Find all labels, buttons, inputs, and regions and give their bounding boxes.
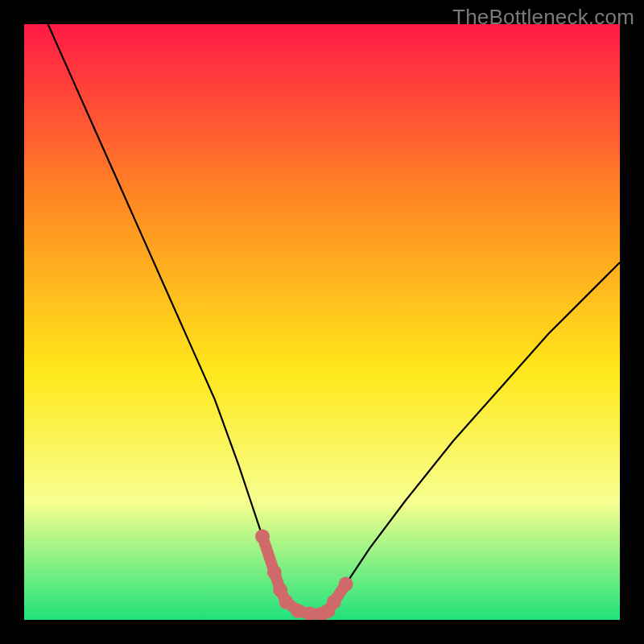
valley-dot <box>267 565 282 580</box>
chart-svg <box>24 24 620 620</box>
gradient-rect <box>24 24 620 620</box>
valley-dot <box>255 529 270 543</box>
valley-dot <box>327 595 341 609</box>
valley-dot <box>339 577 353 592</box>
chart-frame: TheBottleneck.com <box>0 0 644 644</box>
valley-dot <box>279 595 294 609</box>
chart-plot-area <box>24 24 620 620</box>
